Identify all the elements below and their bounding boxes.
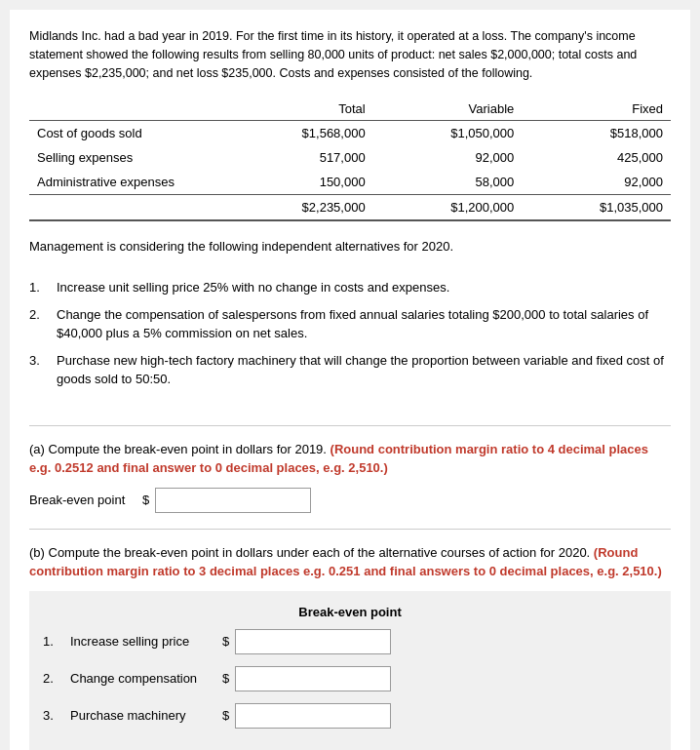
list-item: 2. Change the compensation of salesperso… <box>29 305 671 343</box>
part-b-row-1: 1. Increase selling price $ <box>43 629 657 654</box>
dollar-sign-b3: $ <box>222 708 229 723</box>
dollar-sign-a: $ <box>142 493 149 507</box>
divider <box>29 425 671 426</box>
list-item: 1. Increase unit selling price 25% with … <box>29 278 671 297</box>
part-b-label: (b) Compute the break-even point in doll… <box>29 543 671 581</box>
part-b-row-3: 3. Purchase machinery $ <box>43 703 657 729</box>
dollar-sign-b2: $ <box>222 671 229 686</box>
cost-table: Total Variable Fixed Cost of goods sold … <box>29 98 671 221</box>
table-row: Administrative expenses 150,000 58,000 9… <box>29 170 671 195</box>
break-even-row-a: Break-even point $ <box>29 488 671 513</box>
management-text: Management is considering the following … <box>29 239 671 254</box>
part-a-label: (a) Compute the break-even point in doll… <box>29 440 671 478</box>
list-item: 3. Purchase new high-tech factory machin… <box>29 351 671 389</box>
col-header-fixed: Fixed <box>522 98 671 121</box>
table-row: Cost of goods sold $1,568,000 $1,050,000… <box>29 121 671 146</box>
break-even-label-a: Break-even point <box>29 493 136 507</box>
table-row: Selling expenses 517,000 92,000 425,000 <box>29 145 671 170</box>
alternatives-list: 1. Increase unit selling price 25% with … <box>29 278 671 389</box>
part-a-prefix: (a) Compute the break-even point in doll… <box>29 442 331 456</box>
part-b-row-2: 2. Change compensation $ <box>43 666 657 691</box>
break-even-header: Break-even point <box>43 605 657 619</box>
break-even-input-b3[interactable] <box>235 703 391 729</box>
dollar-sign-b1: $ <box>222 634 229 649</box>
col-header-total: Total <box>224 98 373 121</box>
break-even-input-b2[interactable] <box>235 666 391 691</box>
part-b-prefix: (b) Compute the break-even point in doll… <box>29 545 594 560</box>
intro-text: Midlands Inc. had a bad year in 2019. Fo… <box>29 27 671 82</box>
part-b-section: Break-even point 1. Increase selling pri… <box>29 591 671 750</box>
col-header-variable: Variable <box>373 98 523 121</box>
table-total-row: $2,235,000 $1,200,000 $1,035,000 <box>29 195 671 221</box>
break-even-input-b1[interactable] <box>235 629 391 654</box>
break-even-input-a[interactable] <box>155 488 311 513</box>
page: Midlands Inc. had a bad year in 2019. Fo… <box>10 10 690 750</box>
divider-2 <box>29 529 671 530</box>
col-header-label <box>29 98 224 121</box>
